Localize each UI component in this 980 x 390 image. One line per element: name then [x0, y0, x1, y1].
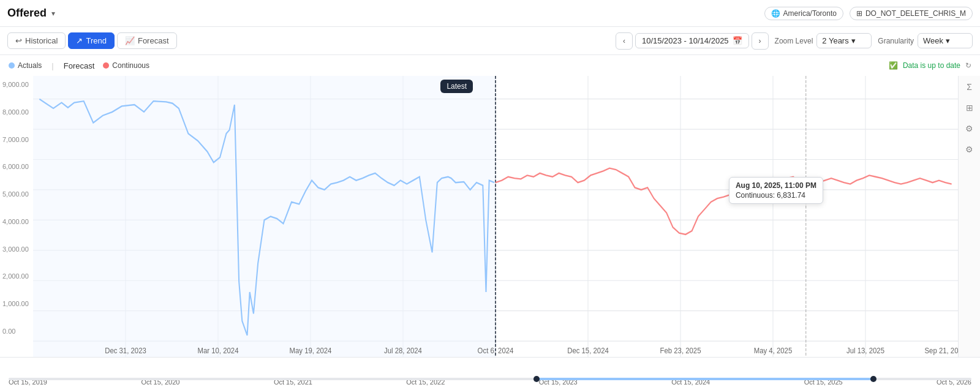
zoom-label: Zoom Level — [775, 37, 813, 45]
svg-text:May 4, 2025: May 4, 2025 — [754, 346, 793, 355]
timeline-bar: Oct 15, 2019 Oct 15, 2020 Oct 15, 2021 O… — [0, 357, 980, 390]
date-range-picker[interactable]: 10/15/2023 - 10/14/2025 📅 — [635, 33, 749, 48]
settings-icon-2[interactable]: ⚙ — [965, 144, 973, 154]
svg-text:Dec 31, 2023: Dec 31, 2023 — [105, 346, 146, 355]
top-bar-right: 🌐 America/Toronto ⊞ DO_NOT_DELETE_CHRIS_… — [764, 7, 973, 20]
actuals-label: Actuals — [18, 61, 42, 70]
timeline-labels: Oct 15, 2019 Oct 15, 2020 Oct 15, 2021 O… — [0, 361, 980, 386]
legend-continuous: Continuous — [103, 61, 149, 70]
granularity-label: Granularity — [878, 37, 914, 45]
tab-group: ↩ Historical ↗ Trend 📈 Forecast — [7, 32, 177, 49]
continuous-label: Continuous — [112, 61, 149, 70]
svg-text:Dec 15, 2024: Dec 15, 2024 — [567, 346, 609, 355]
svg-rect-18 — [33, 76, 496, 357]
workspace-badge[interactable]: ⊞ DO_NOT_DELETE_CHRIS_M — [850, 7, 973, 20]
calendar-icon: 📅 — [733, 36, 742, 45]
timezone-label: America/Toronto — [783, 9, 837, 18]
chart-svg: .grid-line { stroke: #e5e7eb; stroke-wid… — [33, 76, 958, 357]
top-bar-left: Offered ▾ — [7, 7, 55, 20]
page-title: Offered — [7, 7, 47, 20]
zoom-value: 2 Years — [822, 36, 848, 45]
legend-bar: Actuals | Forecast Continuous ✅ Data is … — [0, 55, 980, 76]
timeline-handle-left[interactable] — [533, 376, 540, 382]
prev-date-button[interactable]: ‹ — [616, 32, 633, 50]
chart-canvas: .grid-line { stroke: #e5e7eb; stroke-wid… — [0, 76, 958, 357]
table-icon[interactable]: ⊞ — [966, 103, 973, 113]
zoom-dropdown-icon: ▾ — [851, 36, 856, 45]
sigma-icon[interactable]: Σ — [967, 82, 972, 92]
tab-trend[interactable]: ↗ Trend — [68, 32, 114, 49]
globe-icon: 🌐 — [771, 9, 780, 18]
chart-area: 9,000.00 8,000.00 7,000.00 6,000.00 5,00… — [0, 76, 980, 357]
svg-text:Sep 21, 2025: Sep 21, 2025 — [925, 346, 958, 355]
workspace-label: DO_NOT_DELETE_CHRIS_M — [865, 9, 966, 18]
trend-label: Trend — [86, 36, 106, 45]
svg-text:Jul 13, 2025: Jul 13, 2025 — [846, 346, 884, 355]
refresh-icon[interactable]: ↻ — [965, 61, 971, 70]
zoom-select[interactable]: 2 Years ▾ — [816, 33, 872, 48]
settings-icon-1[interactable]: ⚙ — [965, 124, 973, 133]
toolbar: ↩ Historical ↗ Trend 📈 Forecast ‹ 10/15/… — [0, 27, 980, 55]
status-check-icon: ✅ — [889, 61, 898, 70]
granularity-group: Granularity Week ▾ — [878, 33, 973, 48]
date-navigation: ‹ 10/15/2023 - 10/14/2025 📅 › — [616, 32, 769, 50]
right-panel: Σ ⊞ ⚙ ⚙ — [958, 76, 980, 357]
zoom-group: Zoom Level 2 Years ▾ — [775, 33, 872, 48]
grid-icon: ⊞ — [856, 9, 862, 18]
forecast-icon: 📈 — [125, 36, 135, 45]
svg-text:Jul 28, 2024: Jul 28, 2024 — [384, 346, 422, 355]
title-dropdown-arrow[interactable]: ▾ — [51, 9, 55, 18]
svg-text:May 19, 2024: May 19, 2024 — [290, 346, 332, 355]
chart-main: 9,000.00 8,000.00 7,000.00 6,000.00 5,00… — [0, 76, 958, 357]
toolbar-right: ‹ 10/15/2023 - 10/14/2025 📅 › Zoom Level… — [616, 32, 973, 50]
data-status: ✅ Data is up to date ↻ — [889, 61, 971, 70]
trend-icon: ↗ — [76, 36, 83, 45]
top-bar: Offered ▾ 🌐 America/Toronto ⊞ DO_NOT_DEL… — [0, 0, 980, 27]
svg-text:Oct 6, 2024: Oct 6, 2024 — [478, 346, 514, 355]
timeline-track — [9, 378, 971, 380]
timeline-range — [538, 378, 875, 380]
date-range-value: 10/15/2023 - 10/14/2025 — [642, 36, 729, 45]
forecast-label: Forecast — [138, 36, 169, 45]
continuous-dot — [103, 62, 109, 69]
timezone-badge[interactable]: 🌐 America/Toronto — [764, 7, 843, 20]
forecast-legend-label: Forecast — [64, 61, 95, 70]
historical-icon: ↩ — [15, 36, 22, 45]
svg-text:Feb 23, 2025: Feb 23, 2025 — [660, 346, 701, 355]
tab-historical[interactable]: ↩ Historical — [7, 32, 66, 49]
actuals-dot — [9, 62, 15, 69]
tab-forecast[interactable]: 📈 Forecast — [117, 32, 177, 49]
legend-items: Actuals | Forecast Continuous — [9, 61, 149, 70]
next-date-button[interactable]: › — [752, 32, 769, 50]
legend-actuals: Actuals — [9, 61, 42, 70]
granularity-value: Week — [923, 36, 943, 45]
status-text: Data is up to date — [903, 61, 960, 70]
tooltip-dot — [803, 187, 809, 195]
legend-separator: | — [51, 61, 53, 70]
timeline-handle-right[interactable] — [870, 376, 876, 382]
granularity-dropdown-icon: ▾ — [946, 36, 950, 45]
granularity-select[interactable]: Week ▾ — [918, 33, 973, 48]
historical-label: Historical — [25, 36, 58, 45]
svg-text:Mar 10, 2024: Mar 10, 2024 — [198, 346, 239, 355]
